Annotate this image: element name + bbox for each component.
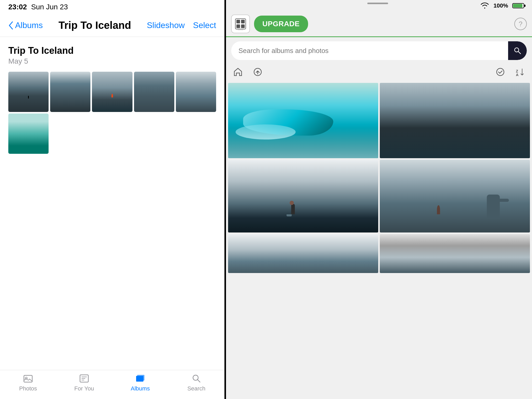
photo-grid-row-1: [8, 72, 216, 112]
battery-percent: 100%: [494, 2, 508, 9]
nav-actions: Slideshow Select: [147, 21, 216, 30]
mosaic-photo[interactable]: [228, 83, 378, 158]
search-icon: [513, 46, 522, 55]
tab-bar: Photos For You Albums: [0, 370, 224, 399]
chevron-left-icon: [8, 21, 14, 30]
back-label: Albums: [15, 21, 43, 30]
tab-photos[interactable]: Photos: [7, 373, 49, 392]
right-status-bar: 100%: [226, 0, 532, 11]
page-title: Trip To Iceland: [58, 19, 131, 31]
photo-thumb[interactable]: [176, 72, 216, 112]
help-button[interactable]: ?: [514, 18, 527, 30]
album-title: Trip To Iceland: [8, 45, 216, 56]
photo-grid-row-2: [8, 114, 216, 154]
upload-icon[interactable]: [252, 66, 263, 78]
svg-point-22: [497, 68, 504, 76]
albums-tab-icon: [135, 373, 145, 384]
tab-albums[interactable]: Albums: [119, 373, 161, 392]
upgrade-button[interactable]: UPGRADE: [254, 16, 308, 32]
for-you-tab-icon: [79, 373, 89, 384]
svg-text:FREE: FREE: [238, 29, 243, 30]
toolbar-right: Z A: [495, 66, 526, 78]
photo-manager-panel: 100% FREE UPGRADE ?: [226, 0, 532, 399]
svg-line-20: [518, 51, 521, 54]
album-date: May 5: [8, 57, 216, 65]
tab-photos-label: Photos: [19, 385, 37, 392]
mosaic-photo[interactable]: [380, 234, 530, 273]
status-time: 23:02: [8, 3, 27, 11]
tab-search-label: Search: [187, 385, 205, 392]
logo-icon: FREE: [234, 18, 247, 30]
search-tab-icon: [191, 373, 202, 384]
photo-thumb[interactable]: [8, 72, 49, 112]
status-bar: 23:02 Sun Jun 23: [0, 0, 224, 14]
back-button[interactable]: Albums: [8, 21, 43, 30]
album-header: Trip To Iceland May 5: [8, 45, 216, 65]
tab-albums-label: Albums: [131, 385, 150, 392]
photo-mosaic: [226, 82, 532, 399]
svg-rect-15: [241, 20, 245, 23]
photo-thumb[interactable]: [8, 114, 49, 154]
svg-rect-12: [524, 5, 526, 7]
mosaic-row-1: [228, 83, 530, 158]
slideshow-button[interactable]: Slideshow: [147, 21, 185, 30]
svg-rect-14: [236, 20, 240, 23]
tab-for-you[interactable]: For You: [63, 373, 105, 392]
content-area: Trip To Iceland May 5: [0, 37, 224, 370]
search-bar: [231, 41, 527, 60]
app-logo: FREE: [231, 15, 250, 33]
tab-for-you-label: For You: [74, 385, 94, 392]
search-submit-button[interactable]: [508, 41, 527, 60]
mosaic-photo[interactable]: [380, 160, 530, 232]
photo-thumb[interactable]: [134, 72, 174, 112]
battery-icon: [512, 2, 526, 9]
photo-thumb[interactable]: [92, 72, 132, 112]
wifi-icon: [480, 2, 489, 9]
svg-rect-16: [236, 24, 240, 28]
sort-za-icon[interactable]: Z A: [514, 66, 526, 78]
photos-tab-icon: [23, 373, 33, 384]
select-button[interactable]: Select: [193, 21, 216, 30]
app-header: FREE UPGRADE ?: [226, 11, 532, 37]
mosaic-row-3: [228, 234, 530, 273]
svg-rect-11: [513, 4, 522, 8]
tab-search[interactable]: Search: [176, 373, 217, 392]
toolbar-left: [232, 66, 263, 78]
mosaic-photo[interactable]: [228, 160, 378, 232]
navigation-bar: Albums Trip To Iceland Slideshow Select: [0, 14, 224, 37]
check-circle-icon[interactable]: [495, 66, 506, 78]
svg-line-9: [197, 380, 200, 382]
mosaic-photo[interactable]: [228, 234, 378, 273]
photos-app-panel: 23:02 Sun Jun 23 Albums Trip To Iceland …: [0, 0, 224, 399]
toolbar: Z A: [226, 64, 532, 80]
status-date: Sun Jun 23: [31, 3, 68, 11]
svg-rect-7: [137, 375, 144, 381]
mosaic-photo[interactable]: [380, 83, 530, 158]
photo-thumb[interactable]: [50, 72, 90, 112]
drag-handle: [367, 3, 388, 4]
mosaic-row-2: [228, 160, 530, 232]
svg-rect-17: [241, 24, 245, 28]
svg-text:A: A: [516, 73, 518, 77]
search-input[interactable]: [231, 47, 508, 55]
home-icon[interactable]: [232, 66, 244, 78]
